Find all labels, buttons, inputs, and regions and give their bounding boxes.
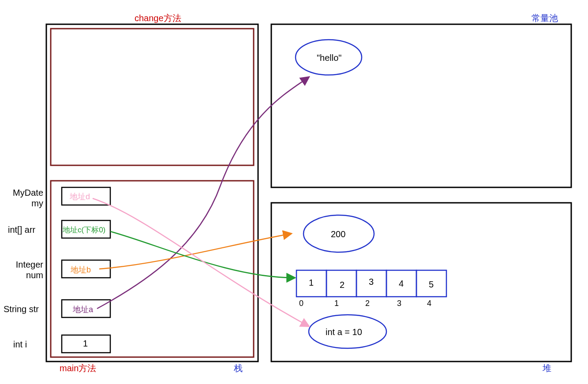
arr-val-0: 1 bbox=[309, 278, 314, 288]
arr-val-2: 3 bbox=[369, 277, 374, 287]
label-mydate: MyDatemy bbox=[4, 187, 43, 209]
label-integer: Integernum bbox=[8, 259, 43, 280]
arr-idx-1: 1 bbox=[334, 299, 339, 308]
arr-idx-4: 4 bbox=[427, 299, 431, 308]
stack-title: 栈 bbox=[234, 362, 243, 374]
box-text-integer: 地址b bbox=[71, 265, 91, 275]
hello-text: "hello" bbox=[317, 53, 341, 63]
heap-title: 堆 bbox=[543, 362, 551, 374]
change-frame bbox=[51, 29, 254, 165]
arr-val-3: 4 bbox=[399, 279, 404, 289]
arr-val-4: 5 bbox=[429, 280, 434, 290]
arrow-string-to-hello bbox=[97, 77, 309, 309]
label-inti: int i bbox=[13, 339, 27, 350]
arr-idx-2: 2 bbox=[365, 299, 370, 308]
box-text-string: 地址a bbox=[73, 304, 93, 315]
mydate-obj-text: int a = 10 bbox=[326, 327, 362, 337]
box-text-intarr: 地址c(下标0) bbox=[63, 225, 105, 235]
arr-idx-0: 0 bbox=[299, 299, 303, 308]
label-string: String str bbox=[4, 304, 39, 314]
constant-pool-box bbox=[271, 24, 571, 187]
constant-pool-title: 常量池 bbox=[532, 12, 558, 24]
arrow-mydate-to-obj bbox=[93, 198, 309, 326]
heap-box bbox=[271, 203, 571, 362]
arr-val-1: 2 bbox=[340, 280, 345, 290]
arr-idx-3: 3 bbox=[397, 299, 401, 308]
main-method-title: main方法 bbox=[60, 362, 96, 374]
box-text-inti: 1 bbox=[83, 339, 88, 349]
integer200-text: 200 bbox=[331, 229, 345, 239]
label-intarr: int[] arr bbox=[8, 225, 35, 235]
arrow-integer-to-200 bbox=[99, 234, 291, 269]
change-method-title: change方法 bbox=[135, 12, 181, 24]
box-text-mydate: 地址d bbox=[70, 191, 90, 202]
